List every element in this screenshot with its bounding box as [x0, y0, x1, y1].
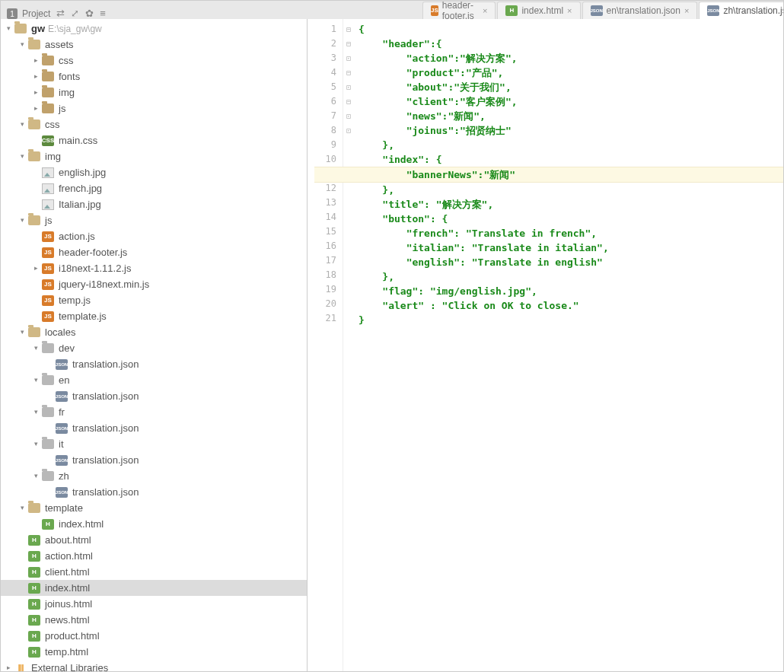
code-line[interactable]: "bannerNews":"新闻" — [314, 167, 783, 183]
code-line[interactable]: "italian": "Translate in italian", — [359, 240, 783, 255]
chevron-right-icon[interactable]: ▸ — [31, 56, 40, 65]
tree-row[interactable]: ▾assets — [1, 37, 307, 53]
chevron-down-icon[interactable]: ▾ — [18, 151, 27, 161]
project-tree-panel[interactable]: ▾gwE:\sja_gw\gw▾assets▸css▸fonts▸img▸js▾… — [1, 19, 308, 671]
chevron-right-icon[interactable]: ▸ — [31, 88, 40, 97]
code-line[interactable]: "index": { — [359, 152, 783, 167]
chevron-down-icon[interactable]: ▾ — [18, 119, 27, 129]
tree-row[interactable]: ▸Italian.jpg — [1, 196, 307, 212]
close-icon[interactable]: × — [483, 6, 487, 15]
tree-row[interactable]: ▸JSONtranslation.json — [1, 452, 307, 468]
editor-tab[interactable]: JSONen\translation.json× — [582, 2, 698, 19]
code-line[interactable]: "action":"解决方案", — [359, 51, 783, 65]
tree-row[interactable]: ▸Hindex.html — [1, 580, 307, 596]
code-line[interactable]: "flag": "img/english.jpg", — [359, 284, 783, 298]
tree-row[interactable]: ▸CSSmain.css — [1, 132, 307, 148]
chevron-down-icon[interactable]: ▾ — [18, 503, 27, 512]
editor-tab[interactable]: JSONzh\translation.json× — [699, 2, 783, 19]
tree-row[interactable]: ▸JSi18next-1.11.2.js — [1, 260, 307, 276]
tree-row[interactable]: ▸Htemp.html — [1, 644, 307, 660]
code-line[interactable]: "client":"客户案例", — [359, 94, 783, 109]
tree-row[interactable]: ▸|||External Libraries — [1, 660, 307, 671]
code-line[interactable]: } — [359, 313, 783, 327]
tree-row[interactable]: ▾template — [1, 500, 307, 516]
fold-toggle[interactable]: ⊟ — [343, 94, 354, 109]
code-line[interactable]: "about":"关于我们", — [359, 80, 783, 94]
tree-row[interactable]: ▸Hnews.html — [1, 612, 307, 628]
tree-row[interactable]: ▸JSaction.js — [1, 228, 307, 244]
project-tool-0[interactable]: ⇄ — [56, 8, 65, 19]
code-line[interactable]: "news":"新闻", — [359, 109, 783, 123]
chevron-down-icon[interactable]: ▾ — [31, 471, 40, 480]
tree-row[interactable]: ▸JSONtranslation.json — [1, 420, 307, 436]
project-tool-tab[interactable]: 1 Project — [1, 8, 56, 19]
fold-toggle[interactable]: ⊡ — [343, 123, 354, 138]
fold-toggle[interactable]: ⊟ — [343, 37, 354, 51]
code-line[interactable]: "alert" : "Click on OK to close." — [359, 298, 783, 313]
tree-row[interactable]: ▾js — [1, 212, 307, 228]
code-area[interactable]: { "header":{ "action":"解决方案", "product":… — [354, 19, 783, 671]
chevron-down-icon[interactable]: ▾ — [31, 407, 40, 416]
tree-row[interactable]: ▸JSONtranslation.json — [1, 356, 307, 372]
project-tool-2[interactable]: ✿ — [85, 8, 94, 19]
project-tool-3[interactable]: ≡ — [100, 8, 106, 19]
tree-row[interactable]: ▸JStemplate.js — [1, 308, 307, 324]
tree-row[interactable]: ▾it — [1, 436, 307, 452]
fold-toggle[interactable]: ⊟ — [343, 22, 354, 37]
fold-toggle[interactable]: ⊟ — [343, 65, 354, 80]
code-line[interactable]: }, — [359, 183, 783, 197]
code-line[interactable]: { — [359, 22, 783, 37]
code-line[interactable]: "button": { — [359, 212, 783, 226]
chevron-down-icon[interactable]: ▾ — [18, 327, 27, 336]
chevron-down-icon[interactable]: ▾ — [31, 343, 40, 352]
tree-row[interactable]: ▸Hjoinus.html — [1, 596, 307, 612]
tree-row[interactable]: ▾gwE:\sja_gw\gw — [1, 21, 307, 37]
tree-row[interactable]: ▸Habout.html — [1, 532, 307, 548]
tree-row[interactable]: ▸Hclient.html — [1, 564, 307, 580]
code-line[interactable]: }, — [359, 269, 783, 284]
tree-row[interactable]: ▸JSONtranslation.json — [1, 388, 307, 404]
tree-row[interactable]: ▾en — [1, 372, 307, 388]
tree-row[interactable]: ▸js — [1, 100, 307, 116]
fold-toggle[interactable]: ⊡ — [343, 109, 354, 123]
chevron-down-icon[interactable]: ▾ — [31, 439, 40, 448]
chevron-right-icon[interactable]: ▸ — [31, 263, 40, 272]
tree-row[interactable]: ▾img — [1, 148, 307, 164]
tree-row[interactable]: ▾dev — [1, 340, 307, 356]
code-line[interactable]: "header":{ — [359, 37, 783, 51]
tree-row[interactable]: ▾css — [1, 116, 307, 132]
chevron-right-icon[interactable]: ▸ — [31, 104, 40, 113]
tree-row[interactable]: ▾zh — [1, 468, 307, 484]
tree-row[interactable]: ▸english.jpg — [1, 164, 307, 180]
code-line[interactable]: }, — [359, 138, 783, 152]
fold-toggle[interactable]: ⊡ — [343, 80, 354, 94]
tree-row[interactable]: ▸Haction.html — [1, 548, 307, 564]
tree-row[interactable]: ▸css — [1, 53, 307, 68]
tree-row[interactable]: ▸french.jpg — [1, 180, 307, 196]
chevron-right-icon[interactable]: ▸ — [31, 72, 40, 81]
chevron-down-icon[interactable]: ▾ — [18, 40, 27, 49]
chevron-right-icon[interactable]: ▸ — [4, 663, 13, 672]
fold-toggle[interactable]: ⊡ — [343, 51, 354, 65]
editor-tab[interactable]: Hindex.html× — [497, 2, 580, 19]
close-icon[interactable]: × — [567, 6, 572, 15]
fold-gutter[interactable]: ⊟⊟⊡⊟⊡⊟⊡⊡ — [343, 19, 354, 671]
tree-row[interactable]: ▸JSONtranslation.json — [1, 484, 307, 500]
tree-row[interactable]: ▸JStemp.js — [1, 292, 307, 308]
code-line[interactable]: "french": "Translate in french", — [359, 226, 783, 240]
tree-row[interactable]: ▸JSheader-footer.js — [1, 244, 307, 260]
chevron-down-icon[interactable]: ▾ — [31, 375, 40, 384]
tree-row[interactable]: ▸img — [1, 84, 307, 100]
code-editor[interactable]: 123456789101112131415161718192021 ⊟⊟⊡⊟⊡⊟… — [308, 19, 783, 671]
project-tool-1[interactable]: ⤢ — [71, 8, 79, 19]
code-line[interactable]: "product":"产品", — [359, 65, 783, 80]
tree-row[interactable]: ▸Hproduct.html — [1, 628, 307, 644]
close-icon[interactable]: × — [684, 6, 689, 15]
code-line[interactable]: "title": "解决方案", — [359, 197, 783, 212]
tree-row[interactable]: ▸fonts — [1, 68, 307, 84]
tree-row[interactable]: ▸Hindex.html — [1, 516, 307, 532]
code-line[interactable]: "english": "Translate in english" — [359, 255, 783, 269]
tree-row[interactable]: ▾fr — [1, 404, 307, 420]
editor-tab[interactable]: JSheader-footer.js× — [422, 2, 496, 19]
tree-row[interactable]: ▸JSjquery-i18next.min.js — [1, 276, 307, 292]
